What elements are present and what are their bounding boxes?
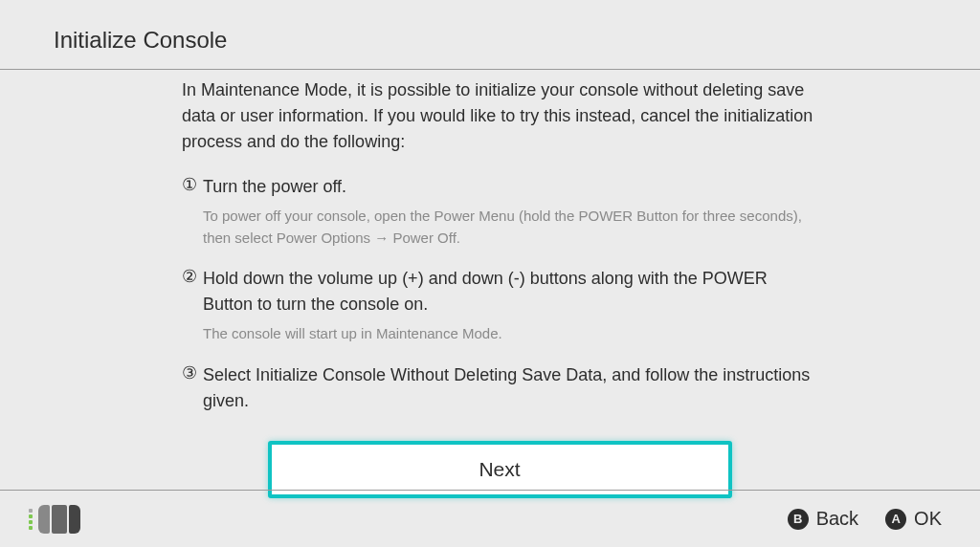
back-action[interactable]: B Back [788,508,858,530]
step-number-icon: ③ [182,362,197,383]
footer: B Back A OK [0,490,980,547]
header: Initialize Console [0,0,980,70]
step-note: To power off your console, open the Powe… [203,206,817,249]
ok-label: OK [914,508,942,530]
step-text: Turn the power off. [203,174,817,200]
controller-status-icon [29,505,80,534]
step-2: ② Hold down the volume up (+) and down (… [182,266,817,345]
a-button-icon: A [885,509,906,530]
step-text: Hold down the volume up (+) and down (-)… [203,266,817,317]
step-text: Select Initialize Console Without Deleti… [203,362,817,414]
back-label: Back [816,508,858,530]
step-1: ① Turn the power off. To power off your … [182,174,817,249]
step-3: ③ Select Initialize Console Without Dele… [182,362,817,414]
ok-action[interactable]: A OK [885,508,942,530]
intro-text: In Maintenance Mode, it is possible to i… [182,77,817,155]
step-number-icon: ② [182,266,197,287]
step-note: The console will start up in Maintenance… [203,323,817,345]
b-button-icon: B [788,509,809,530]
page-title: Initialize Console [54,27,980,54]
step-number-icon: ① [182,174,197,195]
footer-actions: B Back A OK [788,508,942,530]
main-content: In Maintenance Mode, it is possible to i… [0,70,980,498]
